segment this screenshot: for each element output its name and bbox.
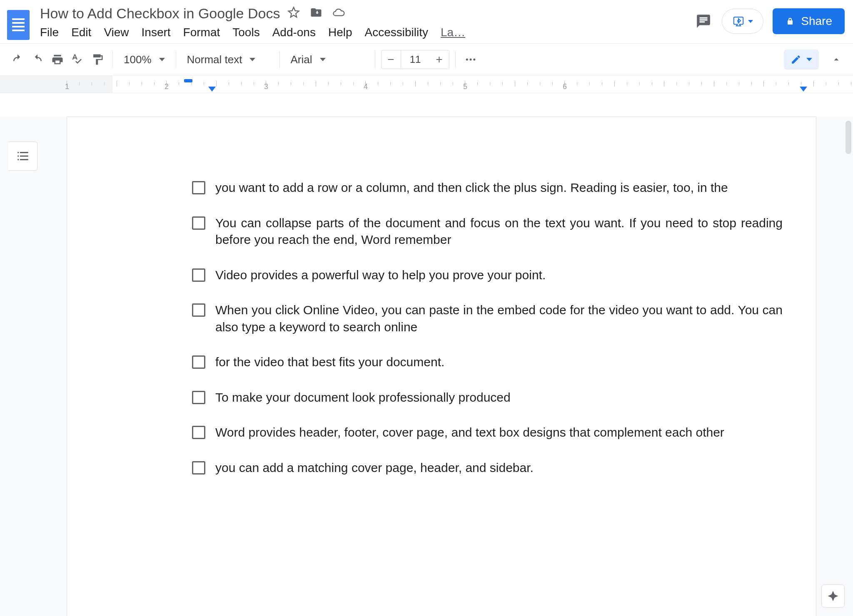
paragraph-style-value: Normal text: [187, 53, 242, 66]
list-item-text: Video provides a powerful way to help yo…: [215, 268, 546, 282]
checkbox-list: you want to add a row or a column, and t…: [192, 179, 783, 476]
share-button[interactable]: Share: [773, 8, 845, 34]
checkbox-list-item[interactable]: for the video that best fits your docume…: [192, 354, 783, 371]
spellcheck-button[interactable]: [68, 50, 87, 69]
menu-addons[interactable]: Add-ons: [272, 26, 316, 39]
print-button[interactable]: [48, 50, 67, 69]
undo-button[interactable]: [8, 50, 27, 69]
document-title[interactable]: How to Add Checkbox in Google Docs: [40, 5, 280, 22]
font-select[interactable]: Arial: [286, 53, 369, 66]
list-item-text: you can add a matching cover page, heade…: [215, 461, 534, 474]
checkbox-list-item[interactable]: Word provides header, footer, cover page…: [192, 424, 783, 441]
separator: [279, 51, 280, 68]
docs-logo[interactable]: [5, 7, 32, 43]
checkbox-list-item[interactable]: you can add a matching cover page, heade…: [192, 460, 783, 477]
separator: [455, 51, 456, 68]
menu-bar: File Edit View Insert Format Tools Add-o…: [40, 22, 694, 39]
list-item-text: When you click Online Video, you can pas…: [215, 303, 783, 334]
scrollbar[interactable]: [846, 121, 851, 154]
checkbox-list-item[interactable]: You can collapse parts of the document a…: [192, 215, 783, 248]
svg-point-0: [466, 59, 468, 61]
menu-edit[interactable]: Edit: [71, 26, 91, 39]
checkbox-list-item[interactable]: you want to add a row or a column, and t…: [192, 179, 783, 196]
list-item-text: for the video that best fits your docume…: [215, 355, 444, 369]
list-item-text: To make your document look professionall…: [215, 390, 511, 404]
font-size-control: − 11 +: [381, 50, 449, 69]
font-size-decrease[interactable]: −: [382, 50, 401, 69]
menu-insert[interactable]: Insert: [142, 26, 171, 39]
checkbox-list-item[interactable]: When you click Online Video, you can pas…: [192, 302, 783, 335]
document-canvas: you want to add a row or a column, and t…: [0, 117, 853, 616]
outline-toggle-button[interactable]: [8, 142, 37, 171]
menu-help[interactable]: Help: [328, 26, 352, 39]
svg-point-1: [469, 59, 471, 61]
ruler-tick: 1: [65, 82, 69, 91]
right-indent-marker[interactable]: [800, 87, 807, 92]
caret-down-icon: [806, 58, 812, 61]
separator: [176, 51, 176, 68]
caret-down-icon: [159, 58, 165, 61]
star-icon[interactable]: [287, 6, 300, 20]
document-page[interactable]: you want to add a row or a column, and t…: [67, 117, 816, 616]
comments-icon[interactable]: [694, 12, 713, 30]
editing-mode-button[interactable]: [784, 50, 819, 70]
redo-button[interactable]: [28, 50, 47, 69]
list-item-text: Word provides header, footer, cover page…: [215, 425, 724, 439]
font-size-value[interactable]: 11: [401, 50, 430, 69]
font-value: Arial: [291, 53, 312, 66]
svg-point-2: [473, 59, 475, 61]
explore-button[interactable]: [821, 584, 845, 608]
font-size-increase[interactable]: +: [430, 50, 449, 69]
toolbar: 100% Normal text Arial − 11 +: [0, 43, 853, 76]
first-line-indent-marker[interactable]: [184, 79, 192, 82]
menu-tools[interactable]: Tools: [232, 26, 259, 39]
checkbox-list-item[interactable]: To make your document look professionall…: [192, 389, 783, 406]
zoom-select[interactable]: 100%: [119, 53, 170, 66]
present-button[interactable]: [722, 9, 763, 34]
zoom-value: 100%: [124, 53, 152, 66]
menu-view[interactable]: View: [104, 26, 129, 39]
ruler-tick: 6: [563, 82, 567, 91]
separator: [112, 51, 113, 68]
menu-accessibility[interactable]: Accessibility: [365, 26, 428, 39]
move-icon[interactable]: [310, 6, 322, 20]
ruler[interactable]: 1 2 3 4 5 6: [0, 76, 853, 93]
caret-down-icon: [249, 58, 255, 61]
cloud-status-icon[interactable]: [332, 6, 345, 20]
header: How to Add Checkbox in Google Docs File …: [0, 0, 853, 43]
present-caret-icon: [748, 20, 753, 23]
more-tools-button[interactable]: [461, 50, 480, 69]
checkbox-list-item[interactable]: Video provides a powerful way to help yo…: [192, 267, 783, 284]
menu-file[interactable]: File: [40, 26, 59, 39]
ruler-tick: 5: [463, 82, 467, 91]
menu-format[interactable]: Format: [183, 26, 220, 39]
left-indent-marker[interactable]: [208, 87, 216, 92]
paint-format-button[interactable]: [88, 50, 107, 69]
docs-icon: [7, 10, 30, 40]
list-item-text: you want to add a row or a column, and t…: [215, 181, 728, 194]
ruler-tick: 2: [165, 82, 169, 91]
menu-last-edit[interactable]: La…: [441, 26, 465, 39]
separator: [375, 51, 375, 68]
ruler-tick: 4: [364, 82, 368, 91]
ruler-tick: 3: [264, 82, 268, 91]
list-item-text: You can collapse parts of the document a…: [215, 216, 783, 247]
paragraph-style-select[interactable]: Normal text: [182, 53, 274, 66]
collapse-toolbar-button[interactable]: [828, 51, 845, 68]
caret-down-icon: [320, 58, 326, 61]
share-label: Share: [801, 15, 832, 28]
